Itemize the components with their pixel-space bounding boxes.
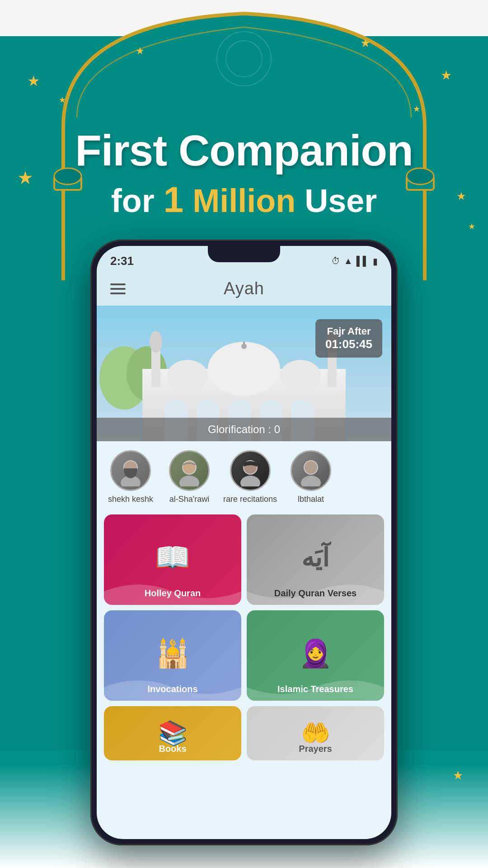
app-header: Ayah <box>97 272 391 306</box>
reciter-avatar-3 <box>291 450 331 491</box>
books-label: Books <box>104 744 241 754</box>
phone-notch <box>208 246 280 262</box>
reciter-item-2[interactable]: rare recitations <box>223 450 277 505</box>
svg-point-16 <box>150 331 162 353</box>
treasures-icon: 🧕 <box>299 637 333 670</box>
glorification-text: Glorification : 0 <box>208 423 280 435</box>
invocations-icon: 🕌 <box>156 637 190 670</box>
svg-point-12 <box>241 344 247 349</box>
battery-icon: ▮ <box>373 256 378 267</box>
clock-icon: ⏱ <box>331 256 340 266</box>
feature-card-daily-quran[interactable]: آيَه Daily Quran Verses <box>247 514 384 605</box>
headline-area: First Companion for 1 Million User <box>0 127 488 221</box>
reciter-item-3[interactable]: lbthalat <box>286 450 336 505</box>
status-time: 2:31 <box>110 254 134 268</box>
feature-card-books[interactable]: 📚 Books <box>104 706 241 760</box>
islamic-treasures-label: Islamic Treasures <box>247 684 384 694</box>
holley-quran-label: Holley Quran <box>104 588 241 599</box>
wifi-icon: ▲ <box>344 256 353 266</box>
phone-mockup: 2:31 ⏱ ▲ ▌▌ ▮ Ayah <box>90 240 398 836</box>
prayer-time: 01:05:45 <box>325 337 372 351</box>
svg-point-26 <box>240 476 260 486</box>
headline-for: for <box>111 183 164 219</box>
hamburger-line-2 <box>110 288 126 290</box>
feature-card-invocations[interactable]: 🕌 Invocations <box>104 610 241 701</box>
reciter-avatar-0 <box>110 450 151 491</box>
prayer-overlay: Fajr After 01:05:45 <box>315 319 382 358</box>
books-icon: 📚 <box>158 719 188 747</box>
daily-quran-label: Daily Quran Verses <box>247 588 384 599</box>
hamburger-line-3 <box>110 292 126 294</box>
headline-user: User <box>296 183 377 219</box>
svg-point-29 <box>301 476 321 486</box>
phone-outer-frame: 2:31 ⏱ ▲ ▌▌ ▮ Ayah <box>90 240 398 845</box>
phone-screen: 2:31 ⏱ ▲ ▌▌ ▮ Ayah <box>97 246 391 839</box>
reciter-item-0[interactable]: shekh keshk <box>106 450 155 505</box>
reciter-name-1: al-Sha'rawi <box>169 495 209 505</box>
headline-second-line: for 1 Million User <box>0 179 488 221</box>
headline-first-line: First Companion <box>0 127 488 175</box>
reciter-avatar-1 <box>169 450 210 491</box>
headline-million: Million <box>183 183 296 219</box>
bottom-partial-cards: 📚 Books 🤲 Prayers <box>97 706 391 766</box>
reciter-name-3: lbthalat <box>298 495 324 505</box>
feature-grid: 📖 Holley Quran آيَه Daily Quran Verses <box>97 509 391 706</box>
reciter-name-0: shekh keshk <box>108 495 153 505</box>
signal-icon: ▌▌ <box>357 256 369 266</box>
reciter-item-1[interactable]: al-Sha'rawi <box>164 450 214 505</box>
hero-banner: Fajr After 01:05:45 Glorification : 0 <box>97 306 391 441</box>
feature-card-prayer[interactable]: 🤲 Prayers <box>247 706 384 760</box>
app-title: Ayah <box>224 279 264 298</box>
feature-card-islamic-treasures[interactable]: 🧕 Islamic Treasures <box>247 610 384 701</box>
menu-button[interactable] <box>110 283 126 294</box>
headline-num: 1 <box>164 179 184 220</box>
invocations-label: Invocations <box>104 684 241 694</box>
prayer-hands-icon: 🤲 <box>301 719 330 747</box>
svg-point-30 <box>305 461 317 474</box>
reciter-name-2: rare recitations <box>223 495 277 505</box>
glorification-bar: Glorification : 0 <box>97 418 391 441</box>
svg-point-13 <box>167 360 208 392</box>
reciter-avatar-2 <box>230 450 271 491</box>
status-icons: ⏱ ▲ ▌▌ ▮ <box>331 256 378 267</box>
hamburger-line-1 <box>110 283 126 285</box>
svg-point-23 <box>179 476 199 486</box>
quran-book-icon: 📖 <box>155 541 191 575</box>
arabic-ayah-icon: آيَه <box>301 543 329 572</box>
svg-point-10 <box>208 342 280 396</box>
prayer-label: Fajr After <box>325 326 372 337</box>
prayer-label-card: Prayers <box>247 744 384 754</box>
svg-point-14 <box>280 360 321 392</box>
feature-card-holley-quran[interactable]: 📖 Holley Quran <box>104 514 241 605</box>
reciters-row: shekh keshk al-Sha'rawi rare recitations <box>97 441 391 509</box>
